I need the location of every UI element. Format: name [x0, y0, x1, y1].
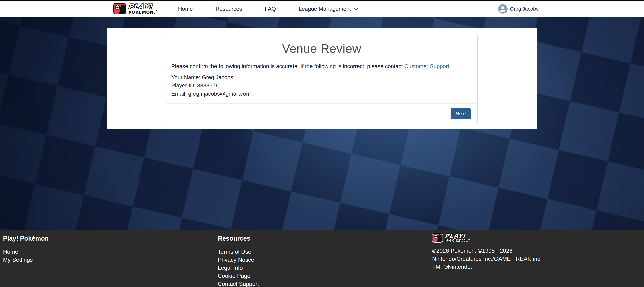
footer-links-resources: Terms of Use Privacy Notice Legal Info C…	[218, 249, 259, 287]
user-avatar-icon	[498, 4, 508, 13]
footer-links-play-pokemon: Home My Settings	[3, 249, 48, 263]
info-email-value: greg.r.jacobs@gmail.com	[188, 91, 251, 97]
page-title: Venue Review	[166, 42, 478, 55]
venue-review-card: Venue Review Please confirm the followin…	[166, 34, 478, 124]
brand-logo[interactable]: PLAY! POKÉMON.™	[113, 3, 158, 14]
brand-wordmark: PLAY! POKÉMON.™	[128, 3, 158, 14]
main-nav: Home Resources FAQ League Management	[178, 1, 358, 17]
user-name: Greg Jacobs	[510, 6, 538, 12]
user-menu[interactable]: Greg Jacobs	[498, 1, 538, 17]
info-line-player-id: Player ID: 3833576	[171, 81, 472, 90]
footer-link-home[interactable]: Home	[3, 249, 48, 255]
footer-link-legal-info[interactable]: Legal Info	[218, 265, 259, 271]
info-player-id-value: 3833576	[197, 82, 218, 89]
info-line-name: Your Name: Greg Jacobs	[171, 73, 472, 81]
play-pokemon-badge-icon	[113, 3, 126, 14]
footer-column-resources: Resources Terms of Use Privacy Notice Le…	[218, 230, 259, 287]
customer-support-link[interactable]: Customer Support	[404, 63, 449, 69]
page-footer: Play! Pokémon Home My Settings Resources…	[0, 230, 644, 287]
top-navbar: PLAY! POKÉMON.™ Home Resources FAQ Leagu…	[0, 1, 644, 17]
nav-item-faq[interactable]: FAQ	[265, 6, 276, 12]
footer-brand-logo: PLAY! POKÉMON.™	[432, 233, 550, 243]
nav-item-league-management-label: League Management	[299, 6, 351, 12]
info-player-id-label: Player ID:	[171, 82, 196, 89]
footer-link-my-settings[interactable]: My Settings	[3, 257, 48, 263]
chevron-down-icon	[353, 8, 358, 10]
footer-brand-wordmark: PLAY! POKÉMON.™	[445, 233, 470, 243]
window-top-strip	[0, 0, 644, 1]
info-name-value: Greg Jacobs	[202, 74, 233, 80]
info-line-email: Email: greg.r.jacobs@gmail.com	[171, 90, 472, 98]
player-info: Your Name: Greg Jacobs Player ID: 383357…	[171, 73, 472, 98]
card-footer: Next	[166, 103, 478, 124]
confirm-text: Please confirm the following information…	[171, 63, 472, 69]
brand-tm-mark: ™	[156, 10, 158, 12]
footer-link-contact-support[interactable]: Contact Support	[218, 281, 259, 287]
brand-play-text: PLAY!	[128, 3, 158, 10]
next-button[interactable]: Next	[450, 108, 471, 119]
nav-item-home[interactable]: Home	[178, 6, 193, 12]
info-name-label: Your Name:	[171, 74, 200, 80]
footer-play-pokemon-badge-icon	[432, 233, 443, 243]
nav-item-resources[interactable]: Resources	[216, 6, 242, 12]
brand-pokemon-text: POKÉMON.™	[128, 10, 158, 14]
footer-brand-pokemon-text: POKÉMON.™	[445, 239, 470, 243]
footer-brand-play-text: PLAY!	[444, 233, 470, 239]
nav-item-league-management[interactable]: League Management	[299, 6, 358, 12]
confirm-text-after: .	[449, 63, 451, 69]
confirm-text-before: Please confirm the following information…	[171, 63, 404, 69]
footer-brand-tm-mark: ™	[468, 239, 470, 241]
footer-brand-pokemon-word: POKÉMON.	[445, 239, 468, 243]
footer-link-privacy-notice[interactable]: Privacy Notice	[218, 257, 259, 263]
content-panel: Venue Review Please confirm the followin…	[107, 28, 537, 129]
brand-pokemon-word: POKÉMON.	[128, 10, 156, 15]
copyright-text: ©2026 Pokémon. ©1995 - 2026 Nintendo/Cre…	[432, 247, 550, 271]
footer-heading-resources: Resources	[218, 235, 259, 242]
page: PLAY! POKÉMON.™ Home Resources FAQ Leagu…	[0, 0, 644, 287]
info-email-label: Email:	[171, 91, 187, 97]
footer-link-cookie-page[interactable]: Cookie Page	[218, 273, 259, 279]
footer-column-brand: PLAY! POKÉMON.™ ©2026 Pokémon. ©1995 - 2…	[432, 230, 550, 271]
footer-heading-play-pokemon: Play! Pokémon	[3, 235, 48, 242]
footer-column-play-pokemon: Play! Pokémon Home My Settings	[3, 230, 48, 263]
footer-link-terms-of-use[interactable]: Terms of Use	[218, 249, 259, 255]
